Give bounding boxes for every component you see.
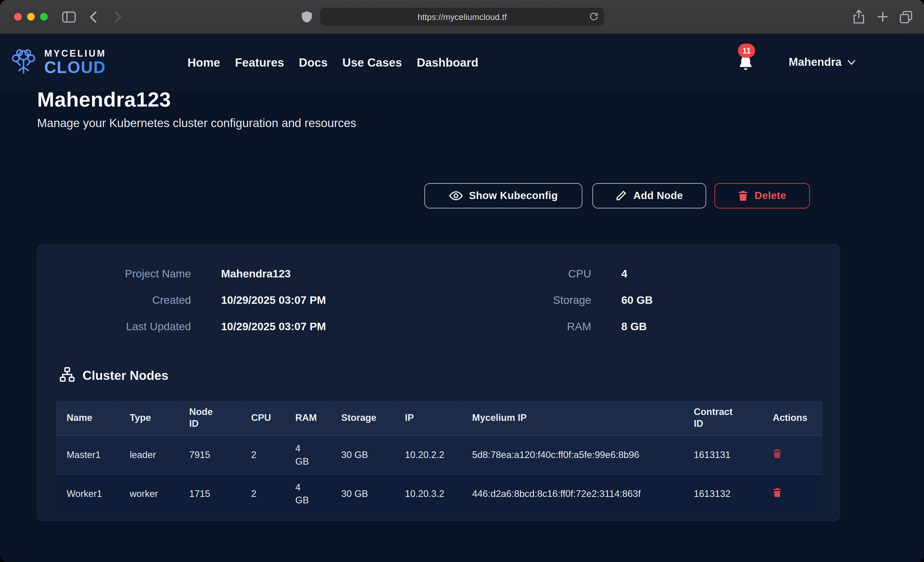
- app-navbar: MYCELIUM CLOUD Home Features Docs Use Ca…: [0, 34, 924, 91]
- cell-actions: [762, 474, 822, 513]
- trash-icon: [773, 449, 782, 459]
- delete-node-button[interactable]: [773, 449, 782, 460]
- nav-link-docs[interactable]: Docs: [299, 55, 327, 69]
- shield-icon: [302, 10, 313, 23]
- storage-value: 60 GB: [621, 287, 839, 313]
- notification-badge: 11: [738, 43, 755, 58]
- trash-icon: [738, 190, 748, 201]
- nav-link-dashboard[interactable]: Dashboard: [417, 55, 478, 69]
- col-header-ip: IP: [394, 401, 462, 435]
- chevron-down-icon: [847, 60, 855, 65]
- last-updated-label: Last Updated: [38, 313, 191, 340]
- new-tab-button[interactable]: [877, 0, 888, 34]
- col-header-contract-id: Contract ID: [683, 401, 762, 435]
- traffic-lights: [14, 13, 48, 21]
- cell-type: worker: [119, 474, 178, 513]
- cell-ram: 4 GB: [285, 474, 331, 513]
- cell-ram: 4 GB: [285, 435, 331, 474]
- forward-button[interactable]: [114, 0, 122, 34]
- reload-button[interactable]: [589, 11, 599, 24]
- col-header-name: Name: [56, 401, 119, 435]
- ram-label: RAM: [472, 313, 591, 340]
- reload-icon: [589, 11, 599, 22]
- cluster-details-card: Project Name Mahendra123 CPU 4 Created 1…: [37, 244, 840, 521]
- last-updated-value: 10/29/2025 03:07 PM: [221, 313, 442, 340]
- cell-node-id: 1715: [178, 474, 240, 513]
- cell-mycelium-ip: 446:d2a6:8bcd:8c16:ff0f:72e2:3114:863f: [462, 474, 683, 513]
- sidebar-toggle-button[interactable]: [62, 0, 76, 34]
- cpu-value: 4: [621, 260, 839, 287]
- tabs-icon: [900, 10, 913, 23]
- nav-link-features[interactable]: Features: [235, 55, 284, 69]
- page-title: Mahendra123: [37, 88, 171, 111]
- delete-node-button[interactable]: [773, 488, 782, 499]
- notifications-button[interactable]: 11: [737, 55, 755, 72]
- zoom-window-button[interactable]: [40, 13, 48, 21]
- cluster-nodes-section-header: Cluster Nodes: [60, 367, 839, 384]
- user-menu[interactable]: Mahendra: [789, 34, 855, 91]
- created-value: 10/29/2025 03:07 PM: [221, 287, 442, 313]
- cell-actions: [762, 435, 822, 474]
- cell-cpu: 2: [240, 474, 285, 513]
- brand-name-top: MYCELIUM: [44, 49, 106, 58]
- close-window-button[interactable]: [14, 13, 22, 21]
- user-name: Mahendra: [789, 56, 842, 69]
- cell-node-id: 7915: [178, 435, 240, 474]
- col-header-node-id: Node ID: [178, 401, 240, 435]
- cpu-label: CPU: [472, 260, 591, 287]
- col-header-mycelium-ip: Mycelium IP: [462, 401, 683, 435]
- add-node-label: Add Node: [633, 190, 683, 202]
- plus-icon: [877, 11, 888, 22]
- address-bar[interactable]: https://myceliumcloud.tf: [320, 8, 604, 26]
- table-header-row: Name Type Node ID CPU RAM Storage IP Myc…: [56, 401, 822, 435]
- cell-storage: 30 GB: [331, 474, 394, 513]
- cluster-nodes-icon: [60, 367, 75, 384]
- url-text: https://myceliumcloud.tf: [417, 12, 507, 21]
- delete-cluster-button[interactable]: Delete: [714, 183, 810, 209]
- cluster-nodes-title: Cluster Nodes: [82, 368, 168, 383]
- cell-type: leader: [119, 435, 178, 474]
- browser-titlebar: https://myceliumcloud.tf: [0, 0, 924, 34]
- back-button[interactable]: [90, 0, 97, 34]
- col-header-storage: Storage: [331, 401, 394, 435]
- show-kubeconfig-label: Show Kubeconfig: [469, 190, 558, 202]
- page-subtitle: Manage your Kubernetes cluster configura…: [37, 117, 356, 130]
- cell-name: Worker1: [56, 474, 119, 513]
- cluster-info-grid: Project Name Mahendra123 CPU 4 Created 1…: [38, 245, 839, 340]
- browser-window: https://myceliumcloud.tf Mahendra1: [0, 0, 924, 562]
- minimize-window-button[interactable]: [27, 13, 35, 21]
- share-icon: [853, 9, 865, 24]
- main-nav: Home Features Docs Use Cases Dashboard: [188, 34, 478, 91]
- table-row: Master1 leader 7915 2 4 GB 30 GB 10.20.2…: [56, 435, 822, 474]
- table-row: Worker1 worker 1715 2 4 GB 30 GB 10.20.3…: [56, 474, 822, 513]
- show-kubeconfig-button[interactable]: Show Kubeconfig: [424, 183, 582, 209]
- add-node-button[interactable]: Add Node: [592, 183, 706, 209]
- nav-link-use-cases[interactable]: Use Cases: [342, 55, 402, 69]
- sidebar-icon: [62, 11, 76, 23]
- pencil-icon: [615, 190, 627, 201]
- delete-label: Delete: [754, 190, 786, 202]
- brand-name-bottom: CLOUD: [44, 60, 106, 76]
- share-button[interactable]: [853, 0, 865, 34]
- mycelium-logo-icon: [8, 49, 39, 76]
- cell-ip: 10.20.3.2: [394, 474, 462, 513]
- project-name-label: Project Name: [38, 260, 191, 287]
- project-name-value: Mahendra123: [221, 260, 442, 287]
- eye-icon: [449, 191, 463, 201]
- nav-link-home[interactable]: Home: [188, 55, 220, 69]
- brand-logo[interactable]: MYCELIUM CLOUD: [8, 34, 106, 91]
- col-header-type: Type: [119, 401, 178, 435]
- chevron-left-icon: [90, 10, 97, 23]
- privacy-report-button[interactable]: [302, 0, 313, 34]
- cell-name: Master1: [56, 435, 119, 474]
- cell-cpu: 2: [240, 435, 285, 474]
- tab-overview-button[interactable]: [900, 0, 913, 34]
- trash-icon: [773, 488, 782, 498]
- cell-storage: 30 GB: [331, 435, 394, 474]
- cluster-nodes-table: Name Type Node ID CPU RAM Storage IP Myc…: [56, 401, 822, 513]
- created-label: Created: [38, 287, 191, 313]
- storage-label: Storage: [472, 287, 591, 313]
- cell-ip: 10.20.2.2: [394, 435, 462, 474]
- chevron-right-icon: [114, 10, 122, 23]
- col-header-ram: RAM: [285, 401, 331, 435]
